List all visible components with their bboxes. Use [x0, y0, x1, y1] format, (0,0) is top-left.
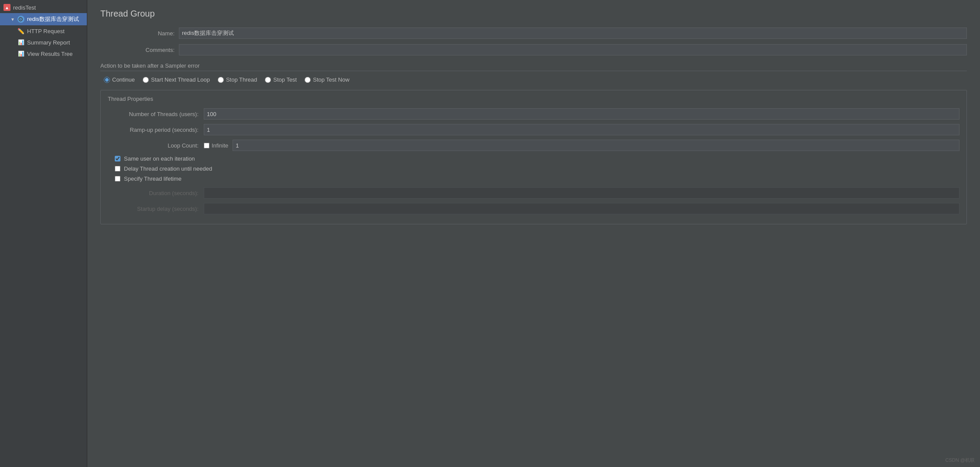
- sidebar-item-summary-label: Summary Report: [27, 39, 70, 46]
- thread-properties-title: Thread Properties: [108, 96, 959, 102]
- radio-continue[interactable]: Continue: [104, 76, 135, 83]
- ramp-up-label: Ramp-up period (seconds):: [108, 127, 204, 133]
- radio-stop-test-now-input[interactable]: [305, 77, 311, 83]
- sidebar-item-summary-report[interactable]: 📊 Summary Report: [0, 37, 87, 48]
- startup-delay-label: Startup delay (seconds):: [108, 206, 204, 212]
- app-icon: ▲: [3, 4, 10, 11]
- page-title: Thread Group: [100, 9, 967, 19]
- radio-stop-test-now[interactable]: Stop Test Now: [305, 76, 350, 83]
- radio-stop-thread[interactable]: Stop Thread: [218, 76, 257, 83]
- ramp-up-row: Ramp-up period (seconds):: [108, 124, 959, 135]
- checkbox-options-group: Same user on each iteration Delay Thread…: [115, 155, 959, 182]
- same-user-option[interactable]: Same user on each iteration: [115, 155, 959, 162]
- infinite-label: Infinite: [212, 142, 228, 149]
- sidebar-item-http-request[interactable]: ✏️ HTTP Request: [0, 25, 87, 37]
- error-action-radio-group: Continue Start Next Thread Loop Stop Thr…: [104, 76, 967, 83]
- loop-count-row: Loop Count: Infinite: [108, 140, 959, 151]
- startup-delay-input[interactable]: [204, 203, 959, 214]
- radio-stop-test-label: Stop Test: [273, 76, 297, 83]
- radio-stop-test[interactable]: Stop Test: [265, 76, 297, 83]
- radio-stop-thread-input[interactable]: [218, 77, 224, 83]
- num-threads-label: Number of Threads (users):: [108, 111, 204, 117]
- arrow-icon: ▼: [10, 17, 15, 22]
- startup-delay-row: Startup delay (seconds):: [108, 203, 959, 214]
- radio-start-next[interactable]: Start Next Thread Loop: [143, 76, 210, 83]
- name-row: Name:: [100, 27, 967, 39]
- comments-label: Comments:: [100, 47, 179, 53]
- watermark: CSDN @机联: [946, 457, 975, 464]
- num-threads-row: Number of Threads (users):: [108, 108, 959, 120]
- chart-icon-1: 📊: [17, 39, 24, 46]
- num-threads-input[interactable]: [204, 108, 959, 120]
- sidebar-item-view-results-tree[interactable]: 📊 View Results Tree: [0, 48, 87, 59]
- sidebar-item-http-label: HTTP Request: [27, 28, 65, 34]
- loop-count-input[interactable]: [233, 140, 959, 151]
- delay-thread-checkbox[interactable]: [115, 166, 120, 172]
- sidebar-item-thread-group-label: redis数据库击穿测试: [27, 15, 79, 23]
- specify-lifetime-label: Specify Thread lifetime: [124, 175, 182, 182]
- thread-properties-section: Thread Properties Number of Threads (use…: [100, 90, 967, 224]
- sidebar-item-thread-group[interactable]: ▼ redis数据库击穿测试: [0, 13, 87, 25]
- comments-input[interactable]: [179, 44, 967, 55]
- radio-stop-thread-label: Stop Thread: [226, 76, 257, 83]
- delay-thread-option[interactable]: Delay Thread creation until needed: [115, 165, 959, 172]
- chart-icon-2: 📊: [17, 50, 24, 57]
- sidebar-root-label: redisTest: [13, 4, 36, 11]
- radio-stop-test-input[interactable]: [265, 77, 271, 83]
- duration-label: Duration (seconds):: [108, 190, 204, 196]
- duration-input[interactable]: [204, 187, 959, 199]
- gear-icon: [17, 16, 24, 23]
- specify-lifetime-checkbox[interactable]: [115, 176, 120, 182]
- radio-start-next-label: Start Next Thread Loop: [151, 76, 210, 83]
- name-label: Name:: [100, 30, 179, 37]
- radio-stop-test-now-label: Stop Test Now: [313, 76, 350, 83]
- infinite-checkbox[interactable]: [204, 143, 209, 148]
- radio-continue-label: Continue: [112, 76, 135, 83]
- ramp-up-input[interactable]: [204, 124, 959, 135]
- action-section-label: Action to be taken after a Sampler error: [100, 62, 967, 71]
- sidebar: ▲ redisTest ▼ redis数据库击穿测试 ✏️ HTTP Reque…: [0, 0, 87, 467]
- specify-lifetime-option[interactable]: Specify Thread lifetime: [115, 175, 959, 182]
- loop-count-label: Loop Count:: [108, 142, 204, 149]
- duration-row: Duration (seconds):: [108, 187, 959, 199]
- name-input[interactable]: [179, 27, 967, 39]
- same-user-checkbox[interactable]: [115, 156, 120, 161]
- sidebar-root-item[interactable]: ▲ redisTest: [0, 2, 87, 13]
- sidebar-item-results-label: View Results Tree: [27, 51, 73, 57]
- delay-thread-label: Delay Thread creation until needed: [124, 165, 212, 172]
- main-content: Thread Group Name: Comments: Action to b…: [87, 0, 980, 467]
- radio-start-next-input[interactable]: [143, 77, 149, 83]
- comments-row: Comments:: [100, 44, 967, 55]
- radio-continue-input[interactable]: [104, 77, 110, 83]
- pencil-icon: ✏️: [17, 27, 24, 34]
- infinite-checkbox-label[interactable]: Infinite: [204, 142, 228, 149]
- same-user-label: Same user on each iteration: [124, 155, 195, 162]
